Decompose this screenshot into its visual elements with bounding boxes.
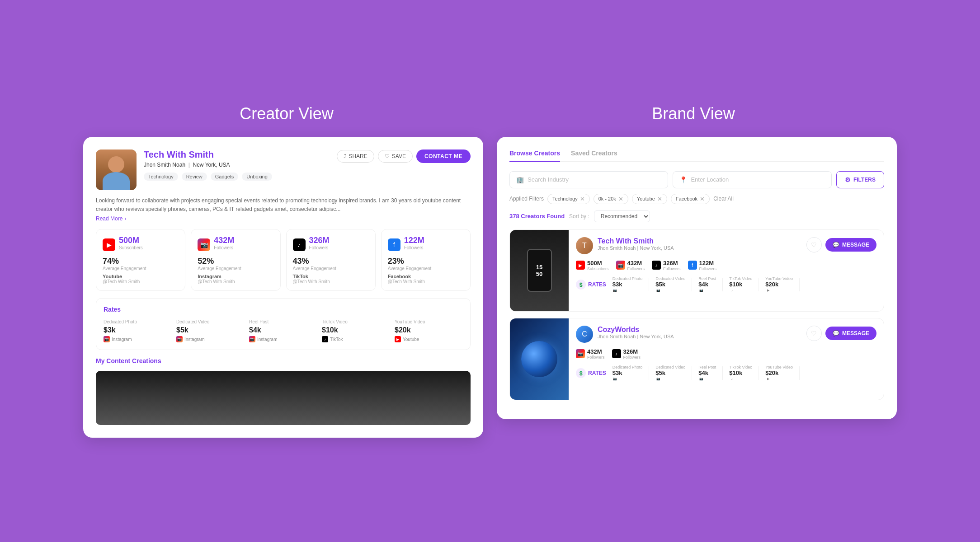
- filter-tag-range[interactable]: 0k - 20k ✕: [594, 194, 628, 204]
- rate-platform-name: Instagram: [184, 337, 204, 342]
- rate-divider: [692, 278, 692, 291]
- filter-tag-facebook[interactable]: Facebook ✕: [671, 194, 710, 204]
- card-rate-type: Reel Post: [698, 365, 716, 369]
- rate-platform-name: Instagram: [257, 337, 277, 342]
- card-stat: ▶ 500M Subscribers: [576, 260, 609, 271]
- creator-location: New York, USA: [193, 162, 230, 168]
- card-rate-val: $4k: [698, 369, 716, 376]
- card-stat-num: 432M: [587, 348, 605, 355]
- close-icon[interactable]: ✕: [580, 196, 585, 202]
- tab-saved[interactable]: Saved Creators: [571, 150, 617, 162]
- creator-panel: Tech With Smith Jhon Smith Noah | New Yo…: [83, 137, 483, 438]
- platform-icon-instagram: 📷: [198, 238, 210, 251]
- rate-item: Dedicated Video $5k 📷 Instagram: [176, 319, 245, 342]
- rate-type: TikTok Video: [322, 319, 390, 324]
- card-stat: 📷 432M Followers: [616, 260, 645, 271]
- filter-tag-youtube[interactable]: Youtube ✕: [632, 194, 667, 204]
- card-rate-platform: ▶: [765, 376, 793, 382]
- card-actions: ♡ 💬 MESSAGE: [806, 237, 876, 252]
- creator-info: Tech With Smith Jhon Smith Noah | New Yo…: [144, 150, 330, 186]
- message-icon: 💬: [833, 242, 839, 248]
- content-preview: [96, 371, 471, 425]
- card-rate-platform: ♪: [729, 376, 752, 382]
- card-rate-val: $20k: [765, 281, 793, 288]
- rate-amount: $3k: [104, 326, 172, 334]
- stat-number: 122M: [404, 236, 424, 245]
- filter-button[interactable]: ⚙ FILTERS: [836, 171, 884, 188]
- rate-item: Reel Post $4k 📷 Instagram: [249, 319, 317, 342]
- save-button[interactable]: ♡ SAVE: [378, 150, 413, 163]
- card-rate-item: Reel Post $4k 📷: [698, 276, 716, 293]
- card-rate-type: Reel Post: [698, 276, 716, 281]
- card-rate-val: $4k: [698, 281, 716, 288]
- rate-platform-name: Instagram: [112, 337, 132, 342]
- message-button[interactable]: 💬 MESSAGE: [825, 238, 876, 252]
- close-icon[interactable]: ✕: [618, 196, 623, 202]
- rate-platform: 📷 Instagram: [249, 336, 317, 342]
- sort-label: Sort by :: [569, 213, 589, 220]
- platform-stat-icon: f: [688, 261, 697, 270]
- contact-button[interactable]: CONTACT ME: [416, 150, 471, 163]
- platform-icon-youtube: ▶: [103, 238, 115, 251]
- clear-all[interactable]: Clear All: [713, 196, 734, 202]
- card-creator-meta: Jhon Smith Noah | New York, USA: [598, 245, 674, 251]
- rate-item: Dedicated Photo $3k 📷 Instagram: [104, 319, 172, 342]
- rate-platform: 📷 Instagram: [104, 336, 172, 342]
- creator-header-row: Tech With Smith Jhon Smith Noah | New Yo…: [96, 150, 471, 190]
- search-row: 🏢 Search Industry 📍 Enter Location ⚙ FIL…: [509, 171, 884, 188]
- card-rate-type: Dedicated Photo: [612, 365, 643, 369]
- rate-divider: [799, 278, 800, 291]
- close-icon[interactable]: ✕: [700, 196, 705, 202]
- creator-bio: Looking forward to collaborate with proj…: [96, 196, 471, 214]
- rate-platform-icon: 📷: [176, 336, 183, 342]
- creator-fullname: Jhon Smith Noah: [144, 162, 185, 168]
- mini-platform-icon: ♪: [729, 376, 735, 382]
- card-rate-item: TikTok Video $10k ♪: [729, 276, 752, 293]
- results-count: 378 Creators Found: [509, 213, 565, 220]
- close-icon[interactable]: ✕: [657, 196, 662, 202]
- rate-divider: [649, 278, 649, 291]
- rate-item: YouTube Video $20k ▶ Youtube: [395, 319, 463, 342]
- card-rate-platform: 📷: [612, 376, 643, 382]
- filter-icon: ⚙: [845, 176, 851, 183]
- card-rate-type: TikTok Video: [729, 365, 752, 369]
- rates-label: RATES: [588, 281, 606, 288]
- rate-divider: [759, 278, 759, 291]
- save-label: SAVE: [392, 153, 406, 159]
- rate-platform-icon: 📷: [249, 336, 255, 342]
- rate-type: Dedicated Video: [176, 319, 245, 324]
- message-button[interactable]: 💬 MESSAGE: [825, 327, 876, 340]
- sort-select[interactable]: Recommended: [594, 210, 650, 222]
- mini-platform-icon: 📷: [698, 288, 704, 293]
- save-creator-button[interactable]: ♡: [806, 326, 822, 341]
- share-button[interactable]: ⤴ SHARE: [337, 150, 374, 163]
- card-creator-name: Tech With Smith: [598, 237, 674, 245]
- brand-tabs: Browse Creators Saved Creators: [509, 150, 884, 162]
- search-location-box[interactable]: 📍 Enter Location: [673, 171, 831, 188]
- card-rate-item: Dedicated Photo $3k 📷: [612, 276, 643, 293]
- applied-filters-label: Applied Filters: [509, 196, 544, 202]
- stat-handle: @Tech With Smith: [293, 279, 369, 284]
- card-rate-item: Dedicated Photo $3k 📷: [612, 365, 643, 382]
- save-creator-button[interactable]: ♡: [806, 237, 822, 252]
- card-rate-type: TikTok Video: [729, 276, 752, 281]
- rate-platform-icon: ♪: [322, 336, 328, 342]
- globe-mockup: [521, 341, 557, 377]
- stat-engagement-label: Average Engagement: [198, 266, 273, 271]
- platform-stat-icon: 📷: [576, 349, 585, 358]
- stat-engagement: 43%: [293, 257, 369, 266]
- card-rate-platform: ♪: [729, 288, 752, 293]
- stat-platform-name: Instagram: [198, 274, 273, 279]
- read-more[interactable]: Read More ›: [96, 215, 471, 222]
- stat-card-instagram: 📷 432M Followers 52% Average Engagement …: [191, 229, 280, 291]
- stat-label: Subscribers: [119, 245, 143, 250]
- card-avatar: T: [576, 237, 593, 254]
- stat-card-youtube: ▶ 500M Subscribers 74% Average Engagemen…: [96, 229, 185, 291]
- platform-icon-tiktok: ♪: [293, 238, 306, 251]
- creator-avatar: [96, 150, 137, 190]
- filter-tag-technology[interactable]: Technology ✕: [547, 194, 590, 204]
- tab-browse[interactable]: Browse Creators: [509, 150, 560, 162]
- search-industry-box[interactable]: 🏢 Search Industry: [509, 171, 668, 188]
- search-location-placeholder: Enter Location: [691, 176, 729, 183]
- card-rate-item: YouTube Video $20k ▶: [765, 365, 793, 382]
